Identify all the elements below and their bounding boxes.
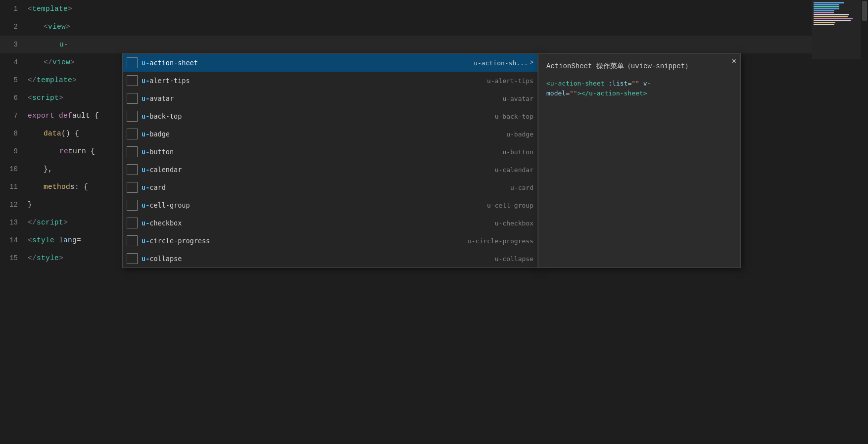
doc-panel: × ActionSheet 操作菜单（uview-snippet） <u-act… [538,53,741,268]
autocomplete-item-11[interactable]: u-collapseu-collapse [123,250,537,267]
item-detail-2: u-avatar [502,95,533,102]
minimap-line [814,14,849,15]
minimap-line [814,2,844,3]
item-icon-0 [127,57,138,68]
item-detail-7: u-card [510,184,533,191]
minimap-line [814,18,853,19]
item-icon-10 [127,235,138,246]
item-icon-1 [127,75,138,86]
item-detail-8: u-cell-group [487,202,533,209]
item-detail-1: u-alert-tips [487,77,533,85]
autocomplete-item-2[interactable]: u-avataru-avatar [123,89,537,107]
autocomplete-item-3[interactable]: u-back-topu-back-top [123,107,537,125]
line-content-2: <view> [26,23,868,31]
minimap-line [814,4,839,5]
minimap-line [814,10,834,11]
doc-title: ActionSheet 操作菜单（uview-snippet） [546,62,732,72]
line-number-10: 10 [0,165,26,173]
item-label-5: u-button [142,148,494,156]
item-label-11: u-collapse [142,255,487,263]
code-line-3: 3u- [0,36,868,53]
item-detail-3: u-back-top [495,113,533,120]
item-icon-8 [127,200,138,211]
doc-code: <u-action-sheet :list="" v- model=""></u… [546,79,732,99]
item-detail-4: u-badge [506,131,533,138]
item-arrow-0: > [530,59,533,66]
autocomplete-item-7[interactable]: u-cardu-card [123,178,537,196]
item-icon-11 [127,253,138,264]
item-icon-5 [127,146,138,157]
line-number-4: 4 [0,58,26,66]
item-icon-4 [127,129,138,139]
item-label-7: u-card [142,183,502,191]
autocomplete-item-5[interactable]: u-buttonu-button [123,143,537,161]
autocomplete-item-6[interactable]: u-calendaru-calendar [123,161,537,178]
item-label-3: u-back-top [142,112,487,120]
line-content-1: <template> [26,5,868,13]
minimap-line [814,12,834,13]
item-detail-11: u-collapse [495,255,533,263]
line-number-15: 15 [0,254,26,262]
line-number-6: 6 [0,94,26,102]
minimap-line [814,22,835,23]
minimap-line [814,16,848,17]
autocomplete-item-4[interactable]: u-badgeu-badge [123,125,537,143]
line-number-8: 8 [0,130,26,137]
item-label-4: u-badge [142,130,498,138]
item-detail-5: u-button [502,148,533,156]
line-number-9: 9 [0,147,26,155]
item-label-0: u-action-sheet [142,59,466,67]
autocomplete-item-8[interactable]: u-cell-groupu-cell-group [123,196,537,214]
autocomplete-list[interactable]: u-action-sheetu-action-sh... >u-alert-ti… [122,53,538,268]
minimap-line [814,24,834,25]
line-number-5: 5 [0,76,26,84]
item-label-2: u-avatar [142,94,494,102]
line-number-14: 14 [0,236,26,244]
item-icon-7 [127,182,138,193]
scrollbar-track[interactable] [861,0,868,444]
minimap [812,0,861,59]
item-icon-9 [127,218,138,228]
scrollbar-thumb[interactable] [862,1,867,21]
item-icon-3 [127,111,138,122]
item-label-6: u-calendar [142,166,487,174]
item-icon-2 [127,93,138,104]
code-editor: 1<template>2<view>3u-4</view>5</template… [0,0,868,444]
item-detail-10: u-circle-progress [468,237,533,245]
line-number-13: 13 [0,219,26,226]
item-label-10: u-circle-progress [142,237,460,245]
minimap-line [814,20,851,21]
line-number-2: 2 [0,23,26,31]
code-line-1: 1<template> [0,0,868,18]
item-detail-9: u-checkbox [495,220,533,227]
code-line-2: 2<view> [0,18,868,36]
line-number-3: 3 [0,41,26,48]
autocomplete-item-10[interactable]: u-circle-progressu-circle-progress [123,232,537,250]
item-label-8: u-cell-group [142,201,479,209]
autocomplete-container: u-action-sheetu-action-sh... >u-alert-ti… [122,53,741,268]
minimap-line [814,8,839,9]
item-label-9: u-checkbox [142,219,487,227]
close-icon[interactable]: × [731,58,736,66]
item-detail-6: u-calendar [495,166,533,174]
line-number-12: 12 [0,201,26,209]
item-label-1: u-alert-tips [142,77,479,85]
item-icon-6 [127,164,138,175]
item-detail-0: u-action-sh... [474,59,528,67]
autocomplete-item-0[interactable]: u-action-sheetu-action-sh... > [123,54,537,72]
line-number-1: 1 [0,5,26,13]
autocomplete-item-1[interactable]: u-alert-tipsu-alert-tips [123,72,537,89]
line-content-3: u- [26,41,868,48]
line-number-7: 7 [0,112,26,120]
autocomplete-item-9[interactable]: u-checkboxu-checkbox [123,214,537,232]
minimap-line [814,6,839,7]
line-number-11: 11 [0,183,26,191]
